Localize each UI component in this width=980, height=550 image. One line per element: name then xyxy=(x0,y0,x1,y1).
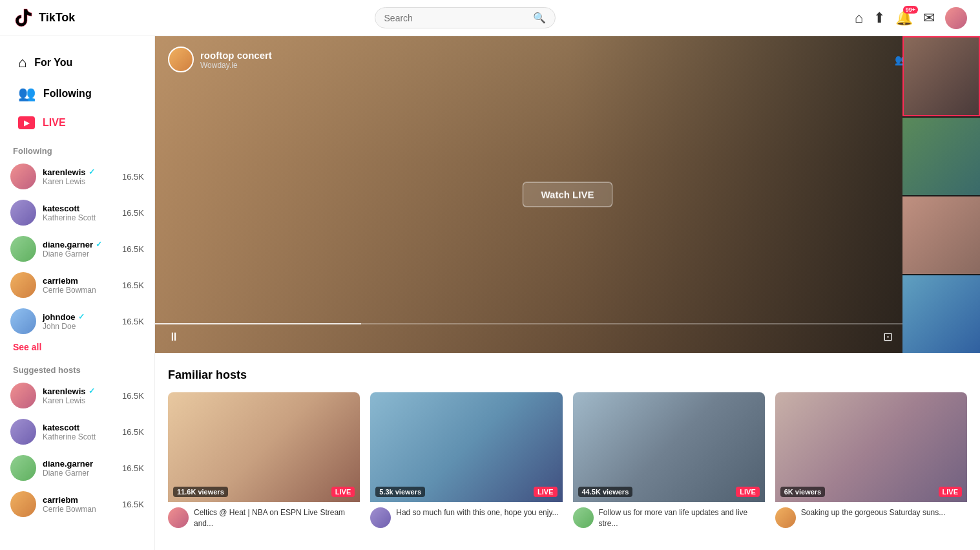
message-icon[interactable]: ✉ xyxy=(923,10,935,26)
sidebar-item-for-you[interactable]: ⌂ For You xyxy=(5,48,149,78)
notification-badge: 99+ xyxy=(903,6,918,14)
following-user-katescott[interactable]: katescott Katherine Scott 16.5K xyxy=(0,195,154,231)
live-host-handle: Wowday.ie xyxy=(200,61,272,70)
host-info-1: Had so much fun with this one, hope you … xyxy=(370,502,562,533)
live-tag-1: LIVE xyxy=(534,487,557,497)
tiktok-logo-icon xyxy=(13,8,34,28)
host-thumb-2: 44.5K viewers LIVE xyxy=(573,392,765,502)
count-johndoe: 16.5K xyxy=(122,317,144,326)
upload-icon[interactable]: ⬆ xyxy=(873,10,885,26)
familiar-hosts-title: Familiar hosts xyxy=(168,368,967,382)
notification-icon[interactable]: 🔔 99+ xyxy=(895,10,913,26)
thumb-4[interactable] xyxy=(902,275,980,353)
host-card-1[interactable]: 5.3k viewers LIVE Had so much fun with t… xyxy=(370,392,562,534)
display-name-johndoe: John Doe xyxy=(43,322,116,331)
verified-badge: ✓ xyxy=(89,386,95,396)
thumb-bg-1 xyxy=(904,37,979,115)
display-name-karenlewis: Karen Lewis xyxy=(43,177,116,186)
people-nav-icon: 👥 xyxy=(18,85,36,102)
count-diane: 16.5K xyxy=(122,244,144,254)
pip-button[interactable]: ⊡ xyxy=(881,327,895,346)
live-host-name: rooftop concert xyxy=(200,50,272,61)
thumb-1[interactable] xyxy=(902,36,980,116)
search-input[interactable] xyxy=(384,13,528,23)
display-name-diane: Diane Garner xyxy=(43,249,116,259)
host-card-0[interactable]: 11.6K viewers LIVE Celtics @ Heat | NBA … xyxy=(168,392,360,534)
following-user-carriebm[interactable]: carriebm Cerrie Bowman 16.5K xyxy=(0,267,154,303)
user-avatar[interactable] xyxy=(945,7,967,29)
home-icon[interactable]: ⌂ xyxy=(855,10,863,26)
suggested-user-carriebm[interactable]: carriebm Cerrie Bowman 16.5K xyxy=(0,486,154,522)
host-description-2: Follow us for more van life updates and … xyxy=(599,507,765,529)
sidebar-item-live[interactable]: ▶ LIVE xyxy=(5,110,149,136)
host-mini-avatar-3 xyxy=(775,507,796,528)
live-controls: ⏸ ⊡ ⛶ ⤢ 🔇 xyxy=(155,321,980,353)
see-all-link[interactable]: See all xyxy=(0,339,154,355)
count-carriebm: 16.5K xyxy=(122,280,144,290)
logo[interactable]: TikTok xyxy=(13,8,75,28)
thumb-3[interactable] xyxy=(902,196,980,274)
user-info-suggested-karenlewis: karenlewis ✓ Karen Lewis xyxy=(43,386,116,405)
sidebar: ⌂ For You 👥 Following ▶ LIVE Following k… xyxy=(0,36,155,550)
avatar-katescott xyxy=(10,200,36,226)
user-info-johndoe: johndoe ✓ John Doe xyxy=(43,312,116,331)
suggested-user-karenlewis[interactable]: karenlewis ✓ Karen Lewis 16.5K xyxy=(0,377,154,414)
host-description-1: Had so much fun with this one, hope you … xyxy=(396,507,558,518)
search-bar[interactable]: 🔍 xyxy=(375,7,556,28)
live-host-info: rooftop concert Wowday.ie xyxy=(168,47,272,72)
following-user-karenlewis[interactable]: karenlewis ✓ Karen Lewis 16.5K xyxy=(0,158,154,195)
display-name-katescott: Katherine Scott xyxy=(43,213,116,222)
avatar-suggested-diane xyxy=(10,455,36,481)
viewer-badge-2: 44.5K viewers xyxy=(578,487,633,497)
live-tag-0: LIVE xyxy=(331,487,355,497)
avatar-suggested-katescott xyxy=(10,419,36,445)
username-diane: diane.garner ✓ xyxy=(43,240,116,249)
host-mini-avatar-0 xyxy=(168,507,189,528)
thumb-bg-3 xyxy=(902,196,980,274)
host-thumb-bg-1 xyxy=(370,392,562,502)
side-thumbnails xyxy=(902,36,980,353)
host-thumb-0: 11.6K viewers LIVE xyxy=(168,392,360,502)
username-carriebm: carriebm xyxy=(43,276,116,286)
thumb-2[interactable] xyxy=(902,118,980,195)
live-nav-icon: ▶ xyxy=(18,116,35,129)
following-user-johndoe[interactable]: johndoe ✓ John Doe 16.5K xyxy=(0,303,154,339)
user-info-diane: diane.garner ✓ Diane Garner xyxy=(43,240,116,259)
username-suggested-karenlewis: karenlewis ✓ xyxy=(43,386,116,396)
avatar-carriebm xyxy=(10,272,36,298)
page-layout: ⌂ For You 👥 Following ▶ LIVE Following k… xyxy=(0,36,980,550)
following-section-title: Following xyxy=(0,141,154,158)
suggested-user-diane[interactable]: diane.garner Diane Garner 16.5K xyxy=(0,450,154,486)
sidebar-item-following[interactable]: 👥 Following xyxy=(5,79,149,109)
host-info-3: Soaking up the gorgeous Saturday suns... xyxy=(775,502,967,533)
sidebar-label-following: Following xyxy=(43,88,92,100)
verified-badge-johndoe: ✓ xyxy=(78,312,85,321)
avatar-diane xyxy=(10,236,36,262)
host-thumb-3: 6K viewers LIVE xyxy=(775,392,967,502)
display-name-carriebm: Cerrie Bowman xyxy=(43,286,116,295)
host-card-2[interactable]: 44.5K viewers LIVE Follow us for more va… xyxy=(573,392,765,534)
count-katescott: 16.5K xyxy=(122,208,144,218)
following-user-diane[interactable]: diane.garner ✓ Diane Garner 16.5K xyxy=(0,231,154,267)
live-tag-3: LIVE xyxy=(939,487,962,497)
pause-button[interactable]: ⏸ xyxy=(165,328,182,346)
host-info-2: Follow us for more van life updates and … xyxy=(573,502,765,534)
username-karenlewis: karenlewis ✓ xyxy=(43,167,116,177)
host-card-3[interactable]: 6K viewers LIVE Soaking up the gorgeous … xyxy=(775,392,967,534)
thumb-bg-4 xyxy=(902,275,980,353)
live-tag-2: LIVE xyxy=(736,487,759,497)
username-katescott: katescott xyxy=(43,204,116,213)
count-karenlewis: 16.5K xyxy=(122,172,144,182)
watch-live-button[interactable]: Watch LIVE xyxy=(523,182,613,207)
thumb-bg-2 xyxy=(902,118,980,195)
host-info-0: Celtics @ Heat | NBA on ESPN Live Stream… xyxy=(168,502,360,534)
avatar-suggested-karenlewis xyxy=(10,383,36,408)
host-thumb-1: 5.3k viewers LIVE xyxy=(370,392,562,502)
verified-badge-diane: ✓ xyxy=(96,240,102,249)
main-content: rooftop concert Wowday.ie 👥 3485 LIVE Wa… xyxy=(155,36,980,550)
avatar-johndoe xyxy=(10,308,36,334)
avatar-suggested-carriebm xyxy=(10,491,36,517)
sidebar-label-for-you: For You xyxy=(34,57,72,69)
suggested-user-katescott[interactable]: katescott Katherine Scott 16.5K xyxy=(0,414,154,450)
user-info-suggested-carriebm: carriebm Cerrie Bowman xyxy=(43,495,116,514)
